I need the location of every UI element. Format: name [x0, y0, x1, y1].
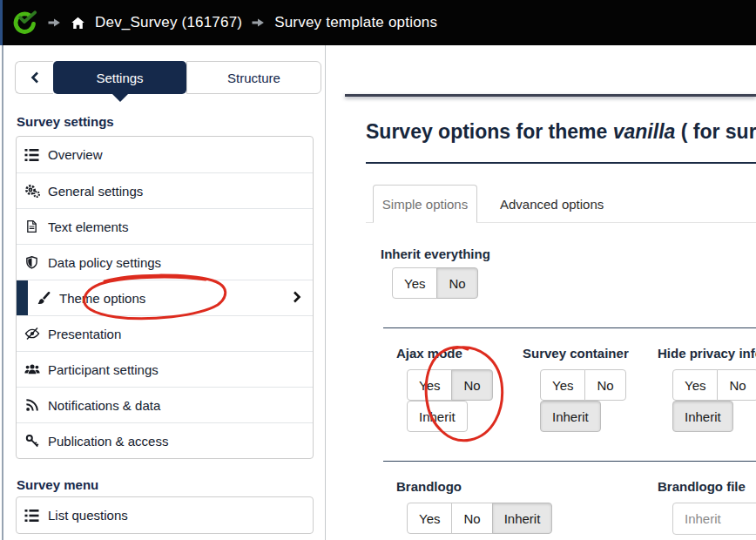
inherit-everything-label: Inherit everything [381, 246, 490, 261]
sidebar-item-text-elements[interactable]: Text elements [17, 208, 313, 244]
sidebar-collapse-button[interactable] [15, 61, 53, 94]
home-icon[interactable] [71, 17, 85, 30]
brandlogo-file-label: Brandlogo file [658, 479, 746, 494]
sidebar-tab-structure[interactable]: Structure [186, 61, 321, 94]
inherit-everything-yes-button[interactable]: Yes [392, 267, 437, 299]
section-divider [383, 461, 756, 462]
main-content: Survey options for theme vanilla ( for s… [326, 45, 756, 540]
brandlogo-inherit-button[interactable]: Inherit [492, 503, 553, 534]
sidebar-item-label: Text elements [48, 219, 129, 234]
hide-privacy-info-inherit-button[interactable]: Inherit [672, 401, 733, 432]
brandlogo-no-button[interactable]: No [451, 503, 492, 534]
window-left-edge [0, 0, 3, 45]
survey-container-group: Yes No [540, 369, 626, 401]
breadcrumb-current-page: Survey template options [274, 14, 437, 31]
ajax-mode-group: Yes No [407, 369, 493, 401]
sidebar-tab-settings[interactable]: Settings [53, 61, 186, 94]
survey-container-yes-button[interactable]: Yes [540, 369, 585, 401]
sidebar-item-label: Overview [48, 147, 103, 162]
title-underline [366, 162, 756, 164]
sidebar-item-label: Publication & access [48, 434, 168, 449]
cogs-icon [24, 184, 40, 198]
file-icon [24, 219, 40, 233]
toolbar-divider [345, 94, 756, 97]
sidebar-item-label: Participant settings [48, 362, 159, 377]
section-divider [383, 327, 756, 328]
list-icon [24, 509, 40, 523]
inherit-everything-group: Yes No [392, 267, 478, 299]
page-title-suffix: ( for surve [675, 120, 756, 143]
ajax-mode-no-button[interactable]: No [451, 369, 492, 401]
hide-privacy-info-yes-button[interactable]: Yes [672, 369, 718, 401]
top-navigation-bar: Dev_Survey (161767) Survey template opti… [0, 0, 756, 45]
hide-privacy-info-group: Yes No [672, 369, 756, 401]
limesurvey-logo-icon[interactable] [11, 10, 38, 37]
breadcrumb-arrow-icon [252, 17, 265, 29]
chevron-left-icon [30, 71, 39, 84]
options-tabbar: Simple options Advanced options [366, 185, 756, 223]
brandlogo-label: Brandlogo [396, 479, 462, 494]
shield-icon [24, 255, 40, 269]
tab-advanced-options[interactable]: Advanced options [491, 185, 612, 223]
rss-icon [24, 398, 40, 412]
survey-settings-menu: Overview General settings Text elements … [16, 136, 314, 459]
sidebar-item-presentation[interactable]: Presentation [17, 315, 313, 351]
paintbrush-icon [35, 291, 51, 305]
survey-container-label: Survey container [523, 346, 629, 361]
survey-container-inherit-button[interactable]: Inherit [540, 401, 601, 432]
survey-menu-list: List questions [16, 496, 314, 534]
survey-container-no-button[interactable]: No [584, 369, 625, 401]
sidebar-item-label: Theme options [59, 291, 145, 306]
chevron-right-icon [293, 291, 301, 306]
tab-simple-options[interactable]: Simple options [373, 185, 477, 223]
sidebar-item-label: General settings [48, 184, 143, 199]
sidebar-item-label: Data policy settings [48, 255, 161, 270]
page-title-prefix: Survey options for theme [366, 120, 613, 143]
sidebar-item-label: Notifications & data [48, 398, 160, 413]
sidebar-item-theme-options[interactable]: Theme options [17, 280, 313, 315]
ajax-mode-label: Ajax mode [396, 346, 462, 361]
sidebar-item-publication-access[interactable]: Publication & access [17, 422, 313, 458]
breadcrumb-arrow-icon [48, 17, 61, 29]
sidebar-item-data-policy-settings[interactable]: Data policy settings [17, 244, 313, 280]
eye-slash-icon [24, 327, 40, 341]
ajax-mode-yes-button[interactable]: Yes [407, 369, 452, 401]
inherit-everything-no-button[interactable]: No [436, 267, 477, 299]
survey-menu-heading: Survey menu [17, 477, 98, 492]
brandlogo-file-input[interactable] [672, 503, 756, 535]
settings-sidebar: Settings Structure Survey settings Overv… [3, 45, 326, 540]
survey-settings-heading: Survey settings [17, 114, 114, 129]
ajax-mode-inherit-button[interactable]: Inherit [407, 401, 468, 432]
key-icon [24, 434, 40, 448]
sidebar-item-list-questions[interactable]: List questions [17, 497, 313, 533]
active-tab-caret [112, 94, 128, 102]
breadcrumb-survey-link[interactable]: Dev_Survey (161767) [95, 14, 242, 31]
limesurvey-admin-window: Dev_Survey (161767) Survey template opti… [0, 0, 756, 540]
theme-name: vanilla [613, 120, 676, 143]
list-icon [24, 148, 40, 162]
hide-privacy-info-no-button[interactable]: No [717, 369, 756, 401]
sidebar-item-label: Presentation [48, 327, 121, 341]
sidebar-item-overview[interactable]: Overview [17, 137, 313, 172]
window-left-edge [2, 45, 3, 540]
brandlogo-group: Yes No Inherit [407, 503, 552, 534]
page-title: Survey options for theme vanilla ( for s… [366, 120, 756, 144]
hide-privacy-info-label: Hide privacy info [658, 346, 756, 361]
brandlogo-yes-button[interactable]: Yes [407, 503, 452, 534]
active-item-indicator [17, 280, 28, 315]
users-icon [24, 362, 40, 376]
sidebar-item-participant-settings[interactable]: Participant settings [17, 351, 313, 387]
sidebar-item-general-settings[interactable]: General settings [17, 172, 313, 208]
sidebar-item-notifications-data[interactable]: Notifications & data [17, 387, 313, 422]
sidebar-item-label: List questions [48, 508, 128, 523]
